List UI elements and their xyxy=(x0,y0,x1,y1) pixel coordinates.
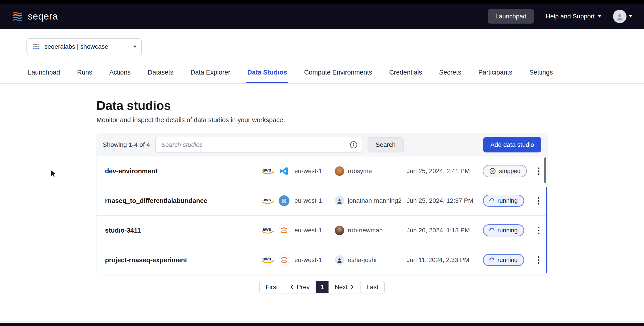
help-label: Help and Support xyxy=(546,13,595,20)
table-row[interactable]: studio-3411 aws R jupyter eu-west-1 rob-… xyxy=(97,216,547,245)
aws-icon: aws xyxy=(261,226,275,235)
tab-data-explorer[interactable]: Data Explorer xyxy=(190,64,231,83)
pagination-last[interactable]: Last xyxy=(360,281,384,293)
aws-label: aws xyxy=(262,167,271,172)
user-name: rob-newman xyxy=(348,227,383,234)
table-row[interactable]: dev-environment aws R jupyter eu-west-1 … xyxy=(97,156,547,186)
tab-participants[interactable]: Participants xyxy=(477,64,513,83)
pagination-prev-label: Prev xyxy=(297,283,310,291)
status-badge: running xyxy=(483,224,524,236)
page-title: Data studios xyxy=(96,98,548,113)
aws-icon: aws xyxy=(261,167,275,176)
seqera-logo-icon xyxy=(12,11,23,22)
pagination-next[interactable]: Next xyxy=(328,281,360,293)
user: rob-newman xyxy=(335,226,406,235)
chevron-left-icon xyxy=(290,284,294,290)
add-data-studio-button[interactable]: Add data studio xyxy=(483,137,541,152)
user-name: esha-joshi xyxy=(348,256,376,264)
row-menu-button[interactable] xyxy=(534,164,544,178)
status-badge: stopped xyxy=(483,165,527,177)
running-spinner-icon xyxy=(488,197,496,204)
jupyter-label: jupyter xyxy=(282,259,287,261)
table-row[interactable]: rnaseq_to_differentialabundance aws R ju… xyxy=(97,186,547,216)
row-menu-button[interactable] xyxy=(534,194,544,208)
user: esha-joshi xyxy=(335,255,406,265)
seqera-mark-icon xyxy=(32,43,40,50)
pagination-last-label: Last xyxy=(366,283,378,291)
user-avatar xyxy=(335,166,344,176)
user-menu[interactable] xyxy=(613,10,632,23)
data-studios-panel: Showing 1-4 of 4 Search Add data studio … xyxy=(96,133,548,275)
tab-credentials[interactable]: Credentials xyxy=(388,64,423,83)
user-name: jonathan-manning2 xyxy=(348,197,402,204)
region: eu-west-1 xyxy=(294,227,335,234)
aws-label: aws xyxy=(262,197,271,202)
workspace-dropdown-toggle[interactable] xyxy=(128,39,141,55)
pagination-first[interactable]: First xyxy=(260,281,284,293)
pagination: First Prev 1 Next Last xyxy=(260,281,384,293)
page-subtitle: Monitor and inspect the details of data … xyxy=(96,116,548,124)
user-avatar xyxy=(335,196,344,205)
stopped-icon xyxy=(489,168,496,174)
tab-data-studios[interactable]: Data Studios xyxy=(246,64,288,83)
avatar xyxy=(613,10,626,23)
rstudio-icon: R xyxy=(279,195,290,206)
status-label: running xyxy=(498,197,518,204)
row-menu-button[interactable] xyxy=(534,253,544,267)
search-input[interactable] xyxy=(160,141,350,149)
person-icon xyxy=(336,257,342,263)
tab-settings[interactable]: Settings xyxy=(528,64,554,83)
workspace-nav: Launchpad Runs Actions Datasets Data Exp… xyxy=(0,64,644,84)
help-and-support-menu[interactable]: Help and Support xyxy=(546,13,601,20)
table-row[interactable]: project-rnaseq-experiment aws R jupyter … xyxy=(97,245,547,275)
workspace-selector[interactable]: seqeralabs | showcase xyxy=(26,38,142,55)
tab-compute-environments[interactable]: Compute Environments xyxy=(303,64,373,83)
footer-bar xyxy=(0,323,644,326)
rstudio-letter: R xyxy=(282,197,286,204)
tab-secrets[interactable]: Secrets xyxy=(438,64,462,83)
pagination-current-page[interactable]: 1 xyxy=(316,281,328,293)
info-icon[interactable] xyxy=(350,141,358,149)
jupyter-label: jupyter xyxy=(282,229,287,231)
status-badge: running xyxy=(483,195,524,207)
tab-runs[interactable]: Runs xyxy=(76,64,93,83)
status-badge: running xyxy=(483,254,524,266)
scrollbar-thumb[interactable] xyxy=(544,157,546,183)
window-top-strip xyxy=(0,0,644,4)
running-spinner-icon xyxy=(488,227,496,234)
person-icon xyxy=(336,198,342,204)
status-label: running xyxy=(498,227,518,234)
region: eu-west-1 xyxy=(294,167,335,175)
tab-actions[interactable]: Actions xyxy=(108,64,132,83)
tab-datasets[interactable]: Datasets xyxy=(147,64,174,83)
region: eu-west-1 xyxy=(294,197,335,204)
app-header: seqera Launchpad Help and Support xyxy=(0,4,644,29)
created-date: Jun 20, 2024, 1:13 PM xyxy=(406,227,483,234)
pagination-prev[interactable]: Prev xyxy=(284,281,316,293)
status-label: running xyxy=(498,257,518,264)
aws-label: aws xyxy=(262,256,271,261)
mouse-cursor xyxy=(50,169,57,180)
search-button[interactable]: Search xyxy=(368,137,404,152)
showing-count: Showing 1-4 of 4 xyxy=(103,141,150,148)
studio-name[interactable]: project-rnaseq-experiment xyxy=(105,256,261,264)
tab-launchpad[interactable]: Launchpad xyxy=(27,64,61,83)
user: robsyme xyxy=(335,166,406,176)
seqera-logo[interactable]: seqera xyxy=(12,11,58,22)
pagination-first-label: First xyxy=(266,283,278,291)
status-label: stopped xyxy=(499,168,520,175)
studio-environment-icons: aws R jupyter xyxy=(261,195,294,206)
user: jonathan-manning2 xyxy=(335,196,406,205)
row-menu-button[interactable] xyxy=(534,224,544,237)
studio-name[interactable]: studio-3411 xyxy=(105,227,261,234)
user-avatar xyxy=(335,226,344,235)
studio-environment-icons: aws R jupyter xyxy=(261,166,294,176)
studio-name[interactable]: dev-environment xyxy=(105,167,261,175)
launchpad-button[interactable]: Launchpad xyxy=(488,9,534,24)
studio-name[interactable]: rnaseq_to_differentialabundance xyxy=(105,197,261,205)
aws-label: aws xyxy=(262,226,271,232)
user-avatar xyxy=(335,255,344,265)
workspace-name: seqeralabs | showcase xyxy=(44,43,108,50)
active-scroll-indicator xyxy=(546,187,547,273)
created-date: Jun 25, 2024, 12:37 PM xyxy=(406,197,483,204)
